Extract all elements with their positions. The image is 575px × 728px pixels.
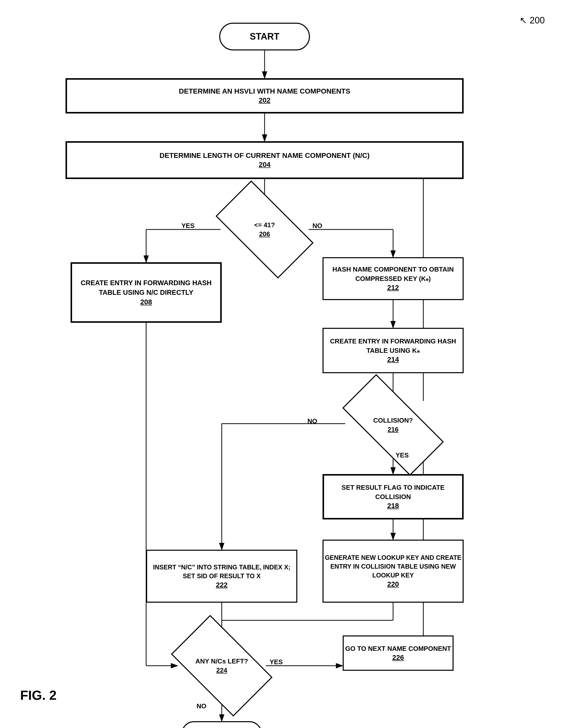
diamond224-ref: 224 — [216, 666, 227, 675]
box-204: DETERMINE LENGTH OF CURRENT NAME COMPONE… — [66, 141, 464, 179]
diagram-number: ↖ 200 — [519, 15, 545, 26]
box-208: CREATE ENTRY IN FORWARDING HASH TABLE US… — [71, 262, 222, 323]
diamond-216: COLLISION? 216 — [345, 401, 441, 449]
box222-ref: 222 — [216, 580, 228, 590]
diagram-container: ↖ 200 FIG. 2 — [0, 0, 575, 728]
box212-label: HASH NAME COMPONENT TO OBTAIN COMPRESSED… — [324, 265, 463, 283]
box-218: SET RESULT FLAG TO INDICATE COLLISION 21… — [323, 474, 464, 519]
no-224-label: NO — [197, 702, 206, 710]
diamond206-label: <= 41? — [254, 220, 275, 229]
box202-ref: 202 — [259, 96, 271, 105]
diamond224-label: ANY N/Cs LEFT? — [196, 657, 248, 666]
box202-label: DETERMINE AN HSVLI WITH NAME COMPONENTS — [179, 87, 350, 96]
box-226: GO TO NEXT NAME COMPONENT 226 — [343, 635, 453, 671]
diamond-224: ANY N/Cs LEFT? 224 — [178, 638, 266, 693]
diamond206-ref: 206 — [259, 229, 270, 239]
no-216-label: NO — [307, 417, 317, 425]
yes-224-label: YES — [270, 658, 283, 666]
box204-ref: 204 — [259, 160, 271, 169]
box222-label: INSERT “N/C” INTO STRING TABLE, INDEX X;… — [147, 563, 296, 580]
no-206-label: NO — [312, 222, 322, 230]
box220-ref: 220 — [387, 580, 399, 589]
box-212: HASH NAME COMPONENT TO OBTAIN COMPRESSED… — [323, 257, 464, 300]
diamond216-label: COLLISION? — [373, 416, 413, 425]
yes-216-label: YES — [396, 451, 409, 459]
box214-ref: 214 — [387, 355, 399, 364]
box-220: GENERATE NEW LOOKUP KEY AND CREATE ENTRY… — [323, 540, 464, 603]
box212-ref: 212 — [387, 283, 399, 292]
box220-label: GENERATE NEW LOOKUP KEY AND CREATE ENTRY… — [324, 553, 463, 580]
box218-label: SET RESULT FLAG TO INDICATE COLLISION — [324, 483, 462, 501]
box-222: INSERT “N/C” INTO STRING TABLE, INDEX X;… — [146, 550, 297, 603]
yes-206-label: YES — [181, 222, 195, 230]
box226-label: GO TO NEXT NAME COMPONENT — [345, 644, 451, 653]
fig-label: FIG. 2 — [20, 688, 57, 703]
start-shape: START — [219, 23, 310, 51]
box214-label: CREATE ENTRY IN FORWARDING HASH TABLE US… — [324, 337, 463, 355]
diamond-206: <= 41? 206 — [221, 204, 309, 255]
box204-label: DETERMINE LENGTH OF CURRENT NAME COMPONE… — [160, 151, 370, 160]
box-214: CREATE ENTRY IN FORWARDING HASH TABLE US… — [323, 328, 464, 373]
start-label: START — [250, 31, 279, 42]
box218-ref: 218 — [387, 501, 399, 510]
diamond216-ref: 216 — [387, 425, 398, 434]
return-shape: RETURN — [181, 721, 262, 728]
box208-ref: 208 — [140, 297, 152, 307]
box208-label: CREATE ENTRY IN FORWARDING HASH TABLE US… — [72, 278, 220, 297]
box226-ref: 226 — [392, 653, 404, 662]
box-202: DETERMINE AN HSVLI WITH NAME COMPONENTS … — [66, 78, 464, 114]
